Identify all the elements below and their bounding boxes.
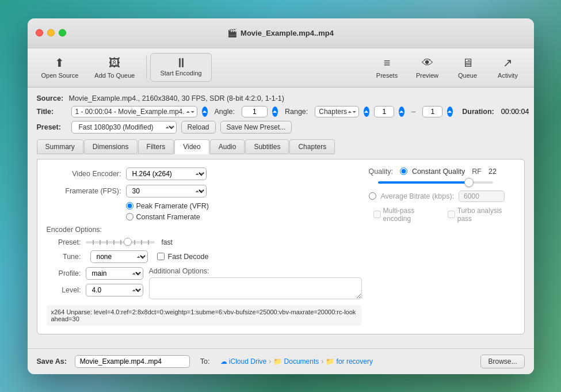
start-encoding-button[interactable]: Start Encoding <box>150 53 211 82</box>
title-row: Title: 1 - 00:00:04 - Movie_Example.mp4.… <box>37 106 525 117</box>
bitrate-input[interactable] <box>459 191 505 202</box>
range-select-wrapper: Chapters <box>315 106 359 117</box>
pause-icon <box>179 58 184 67</box>
preset-select-wrapper: Fast 1080p30 (Modified) <box>71 121 177 134</box>
path-for-recovery[interactable]: 📁 for recovery <box>326 357 373 366</box>
maximize-button[interactable] <box>59 29 66 37</box>
quality-slider-thumb[interactable] <box>464 178 474 187</box>
path-sep-1: › <box>269 357 271 366</box>
open-source-icon: ⬆ <box>55 56 64 70</box>
presets-button[interactable]: ≡ Presets <box>367 52 407 83</box>
tab-chapters[interactable]: Chapters <box>289 139 335 154</box>
angle-stepper[interactable]: ⏶ <box>272 106 278 117</box>
preview-button[interactable]: 👁 Preview <box>407 52 448 83</box>
close-button[interactable] <box>36 29 43 37</box>
title-select-wrapper: 1 - 00:00:04 - Movie_Example.mp4. <box>71 106 197 117</box>
preset-value: fast <box>162 238 173 246</box>
encoder-preset-row: Preset: <box>47 238 362 246</box>
rf-value: 22 <box>489 168 497 176</box>
range-start-input[interactable] <box>374 106 394 117</box>
tab-filters[interactable]: Filters <box>138 139 174 154</box>
tick-2 <box>100 240 101 245</box>
peak-framerate-option[interactable]: Peak Framerate (VFR) <box>126 202 362 210</box>
tick-3 <box>106 240 108 245</box>
video-panel: Video Encoder: H.264 (x264) Framerate (F… <box>37 159 525 334</box>
tab-audio[interactable]: Audio <box>210 139 245 154</box>
avg-bitrate-row: Average Bitrate (kbps): <box>369 191 515 202</box>
framerate-select[interactable]: 30 <box>126 185 207 197</box>
profile-additional-row: Profile: main Level: <box>47 267 362 300</box>
tick-9 <box>148 240 149 245</box>
quality-slider-container <box>373 181 515 184</box>
tab-dimensions[interactable]: Dimensions <box>84 139 138 154</box>
tick-4 <box>113 240 115 245</box>
save-new-preset-button[interactable]: Save New Preset... <box>220 121 292 134</box>
quality-slider[interactable] <box>378 181 493 184</box>
fast-decode-option[interactable]: Fast Decode <box>157 253 209 261</box>
minimize-button[interactable] <box>47 29 55 37</box>
path-icloud[interactable]: ☁ iCloud Drive <box>220 357 267 366</box>
path-documents[interactable]: 📁 Documents <box>273 357 319 366</box>
profile-row: Profile: main <box>47 267 143 280</box>
tick-8 <box>141 240 142 245</box>
preset-select[interactable]: Fast 1080p30 (Modified) <box>71 121 177 134</box>
add-to-queue-button[interactable]: 🖼 Add To Queue <box>86 52 143 83</box>
preset-slider-wrapper: fast <box>86 238 173 246</box>
constant-framerate-option[interactable]: Constant Framerate <box>126 213 362 221</box>
x264-string: x264 Unparse: level=4.0:ref=2:8x8dct=0:w… <box>47 305 362 326</box>
constant-framerate-radio[interactable] <box>126 213 133 220</box>
source-row: Source: Movie_Example.mp4., 2160x3840, 3… <box>37 94 525 102</box>
tab-subtitles[interactable]: Subtitles <box>245 139 289 154</box>
encoding-options-row: Multi-pass encoding Turbo analysis pass <box>373 207 515 223</box>
level-select[interactable]: 4.0 <box>86 284 143 296</box>
toolbar-right: ≡ Presets 👁 Preview 🖥 Queue ↗ Activity <box>367 51 528 83</box>
save-as-label: Save As: <box>37 357 67 366</box>
additional-options-textarea[interactable] <box>149 277 362 299</box>
traffic-lights <box>36 29 66 37</box>
range-end-input[interactable] <box>422 106 442 117</box>
quality-row: Quality: Constant Quality RF 22 <box>369 168 515 176</box>
constant-quality-radio[interactable] <box>400 168 407 175</box>
tab-summary[interactable]: Summary <box>37 139 83 154</box>
title-select[interactable]: 1 - 00:00:04 - Movie_Example.mp4. <box>71 106 197 117</box>
tune-select[interactable]: none <box>90 250 148 263</box>
preset-row: Preset: Fast 1080p30 (Modified) Reload S… <box>37 121 525 134</box>
content-area: Source: Movie_Example.mp4., 2160x3840, 3… <box>28 87 534 348</box>
angle-input[interactable] <box>242 106 268 117</box>
video-encoder-select[interactable]: H.264 (x264) <box>126 168 207 180</box>
activity-icon: ↗ <box>503 56 513 70</box>
file-icon: 🎬 <box>227 28 237 37</box>
range-type-stepper[interactable]: ⏶ <box>364 106 369 117</box>
tabs-bar: Summary Dimensions Filters Video Audio S… <box>37 139 525 154</box>
fast-decode-checkbox[interactable] <box>157 253 165 260</box>
to-label: To: <box>200 357 210 366</box>
avg-bitrate-radio[interactable] <box>369 192 376 200</box>
tab-video[interactable]: Video <box>174 139 209 154</box>
tune-select-wrapper: none <box>90 250 148 263</box>
encoder-options-section: Encoder Options: Preset: <box>47 226 362 300</box>
open-source-button[interactable]: ⬆ Open Source <box>33 51 87 83</box>
profile-level-group: Profile: main Level: <box>47 267 143 300</box>
tick-5 <box>120 240 121 245</box>
profile-select[interactable]: main <box>86 267 143 280</box>
preview-icon: 👁 <box>422 56 433 70</box>
path-sep-2: › <box>321 357 323 366</box>
range-dash: – <box>411 108 415 116</box>
peak-framerate-radio[interactable] <box>126 202 133 210</box>
range-select[interactable]: Chapters <box>315 106 359 117</box>
turbo-pass-checkbox[interactable] <box>448 211 455 218</box>
preset-slider-track[interactable] <box>86 241 155 243</box>
queue-button[interactable]: 🖥 Queue <box>448 52 488 83</box>
title-stepper[interactable]: ⏶ <box>202 106 208 117</box>
preset-slider-thumb[interactable] <box>124 238 132 246</box>
save-as-input[interactable] <box>75 355 190 368</box>
framerate-row: Framerate (FPS): 30 <box>47 185 362 197</box>
activity-button[interactable]: ↗ Activity <box>488 51 528 83</box>
multi-pass-item: Multi-pass encoding <box>373 207 441 223</box>
range-end-stepper[interactable]: ⏶ <box>447 106 453 117</box>
browse-button[interactable]: Browse... <box>480 355 524 368</box>
reload-button[interactable]: Reload <box>181 121 216 134</box>
multi-pass-checkbox[interactable] <box>373 211 381 218</box>
range-start-stepper[interactable]: ⏶ <box>399 106 404 117</box>
framerate-radio-group: Peak Framerate (VFR) Constant Framerate <box>126 202 362 221</box>
